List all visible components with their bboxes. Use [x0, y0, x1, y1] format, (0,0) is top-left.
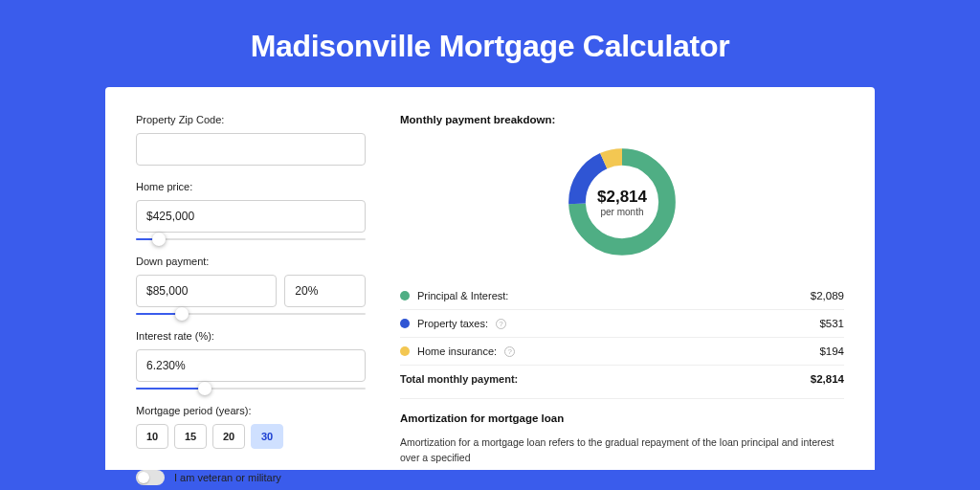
legend-value: $531: [819, 318, 844, 329]
slider-thumb[interactable]: [175, 307, 189, 321]
period-label: Mortgage period (years):: [136, 405, 366, 416]
veteran-row: I am veteran or military: [136, 470, 366, 485]
donut-center-amount: $2,814: [597, 188, 647, 207]
info-icon[interactable]: ?: [504, 346, 515, 357]
down-payment-percent-input[interactable]: [284, 275, 366, 307]
interest-rate-input[interactable]: [136, 349, 366, 382]
interest-rate-field: Interest rate (%):: [136, 330, 366, 390]
home-price-slider[interactable]: [136, 238, 366, 240]
legend-list: Principal & Interest:$2,089Property taxe…: [400, 282, 844, 365]
legend-label: Home insurance:: [417, 345, 497, 357]
calculator-card: Property Zip Code: Home price: Down paym…: [105, 87, 875, 470]
donut-chart: $2,814 per month: [563, 143, 681, 261]
donut-center-sub: per month: [600, 207, 643, 217]
legend-label: Principal & Interest:: [417, 290, 508, 301]
legend-row: Property taxes:?$531: [400, 309, 844, 337]
period-option-10[interactable]: 10: [136, 424, 168, 449]
home-price-label: Home price:: [136, 181, 366, 192]
legend-label: Property taxes:: [417, 318, 488, 329]
legend-row: Home insurance:?$194: [400, 337, 844, 365]
veteran-toggle[interactable]: [136, 470, 165, 485]
period-option-20[interactable]: 20: [212, 424, 245, 449]
period-option-30[interactable]: 30: [251, 424, 283, 449]
amortization-title: Amortization for mortgage loan: [400, 412, 844, 424]
form-column: Property Zip Code: Home price: Down paym…: [136, 114, 366, 470]
interest-rate-slider[interactable]: [136, 388, 366, 390]
legend-row: Principal & Interest:$2,089: [400, 282, 844, 309]
legend-total-row: Total monthly payment: $2,814: [400, 365, 844, 392]
breakdown-title: Monthly payment breakdown:: [400, 114, 844, 125]
legend-dot: [400, 291, 410, 301]
veteran-label: I am veteran or military: [174, 472, 281, 483]
breakdown-column: Monthly payment breakdown: $2,814 per mo…: [400, 114, 844, 470]
legend-dot: [400, 346, 410, 356]
legend-total-label: Total monthly payment:: [400, 373, 518, 385]
down-payment-amount-input[interactable]: [136, 275, 277, 307]
legend-value: $194: [819, 345, 844, 357]
down-payment-label: Down payment:: [136, 256, 366, 267]
period-options: 10152030: [136, 424, 366, 449]
zip-label: Property Zip Code:: [136, 114, 366, 125]
page-title: Madisonville Mortgage Calculator: [0, 0, 980, 87]
home-price-field: Home price:: [136, 181, 366, 240]
zip-field: Property Zip Code:: [136, 114, 366, 166]
legend-dot: [400, 319, 410, 328]
slider-thumb[interactable]: [198, 382, 212, 395]
slider-thumb[interactable]: [152, 233, 166, 246]
amortization-body: Amortization for a mortgage loan refers …: [400, 435, 844, 466]
toggle-knob: [138, 472, 149, 483]
amortization-section: Amortization for mortgage loan Amortizat…: [400, 398, 844, 466]
donut-chart-wrap: $2,814 per month: [400, 139, 844, 282]
info-icon[interactable]: ?: [496, 319, 506, 329]
home-price-input[interactable]: [136, 200, 366, 233]
interest-rate-label: Interest rate (%):: [136, 330, 366, 342]
period-field: Mortgage period (years): 10152030: [136, 405, 366, 449]
down-payment-field: Down payment:: [136, 256, 366, 315]
legend-total-value: $2,814: [811, 373, 844, 385]
legend-value: $2,089: [811, 290, 844, 301]
down-payment-slider[interactable]: [136, 313, 366, 315]
zip-input[interactable]: [136, 133, 366, 166]
period-option-15[interactable]: 15: [174, 424, 207, 449]
